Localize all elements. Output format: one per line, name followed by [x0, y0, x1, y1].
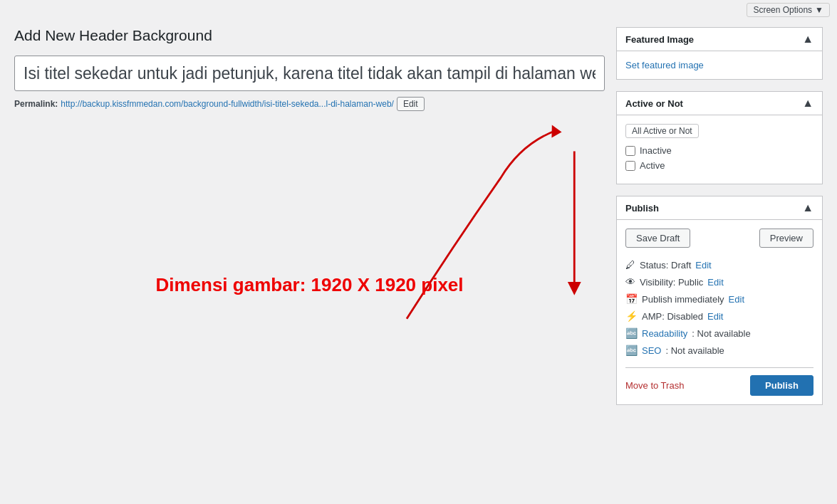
publish-panel: Publish ▲ Save Draft Preview 🖊 Status: D…	[616, 196, 823, 405]
publish-panel-body: Save Draft Preview 🖊 Status: Draft Edit …	[617, 220, 822, 404]
seo-icon: 🔤	[625, 345, 638, 356]
chevron-down-icon: ▼	[815, 5, 823, 15]
active-or-not-body: All Active or Not Inactive Active	[617, 115, 822, 184]
amp-meta-item: ⚡ AMP: Disabled Edit	[625, 308, 813, 325]
publish-button[interactable]: Publish	[750, 375, 813, 396]
move-to-trash-link[interactable]: Move to Trash	[625, 380, 684, 391]
publish-panel-header: Publish ▲	[617, 196, 822, 220]
seo-meta-item: 🔤 SEO : Not available	[625, 342, 813, 359]
preview-button[interactable]: Preview	[759, 229, 813, 248]
svg-marker-0	[548, 122, 563, 137]
status-text: Status: Draft	[640, 260, 691, 271]
inactive-checkbox-item: Inactive	[625, 145, 813, 156]
visibility-edit-link[interactable]: Edit	[707, 277, 723, 288]
permalink-url[interactable]: http://backup.kissfmmedan.com/background…	[61, 99, 394, 109]
active-or-not-title: Active or Not	[625, 98, 683, 109]
annotation-arrow-down	[14, 111, 605, 339]
featured-image-panel: Featured Image ▲ Set featured image	[616, 27, 823, 80]
featured-image-title: Featured Image	[625, 34, 694, 45]
svg-marker-2	[568, 282, 581, 295]
status-meta-item: 🖊 Status: Draft Edit	[625, 256, 813, 273]
seo-value: : Not available	[665, 345, 724, 356]
set-featured-image-link[interactable]: Set featured image	[625, 60, 704, 70]
active-checkbox[interactable]	[625, 161, 635, 171]
active-or-not-toggle-button[interactable]: ▲	[802, 98, 813, 109]
visibility-meta-item: 👁 Visibility: Public Edit	[625, 273, 813, 290]
permalink-edit-button[interactable]: Edit	[397, 97, 425, 111]
publish-panel-toggle-button[interactable]: ▲	[802, 202, 813, 214]
annotation-arrow-up	[14, 111, 605, 339]
post-title-input[interactable]	[14, 56, 605, 91]
featured-image-toggle-button[interactable]: ▲	[802, 33, 813, 45]
active-checkbox-item: Active	[625, 160, 813, 171]
page-title: Add New Header Background	[14, 27, 605, 44]
amp-edit-link[interactable]: Edit	[707, 311, 723, 322]
readability-icon: 🔤	[625, 327, 638, 339]
publish-meta-list: 🖊 Status: Draft Edit 👁 Visibility: Publi…	[625, 256, 813, 359]
status-edit-link[interactable]: Edit	[695, 260, 711, 271]
seo-link[interactable]: SEO	[642, 345, 661, 356]
dimension-label: Dimensi gambar: 1920 X 1920 pixel	[155, 274, 463, 296]
featured-image-body: Set featured image	[617, 51, 822, 79]
publish-panel-title: Publish	[625, 203, 659, 214]
save-draft-button[interactable]: Save Draft	[625, 229, 690, 248]
visibility-icon: 👁	[625, 276, 635, 288]
publish-time-edit-link[interactable]: Edit	[729, 294, 744, 305]
publish-time-meta-item: 📅 Publish immediately Edit	[625, 290, 813, 308]
active-label: Active	[640, 160, 665, 171]
featured-image-panel-header: Featured Image ▲	[617, 28, 822, 51]
inactive-checkbox[interactable]	[625, 146, 635, 156]
calendar-icon: 📅	[625, 293, 638, 305]
active-or-not-panel-header: Active or Not ▲	[617, 92, 822, 115]
publish-footer: Move to Trash Publish	[625, 367, 813, 396]
readability-meta-item: 🔤 Readability : Not available	[625, 325, 813, 342]
readability-value: : Not available	[692, 328, 750, 339]
screen-options-label: Screen Options	[753, 5, 812, 15]
main-editor-area: Dimensi gambar: 1920 X 1920 pixel	[14, 111, 605, 339]
readability-link[interactable]: Readability	[642, 328, 687, 339]
screen-options-button[interactable]: Screen Options ▼	[747, 3, 830, 17]
inactive-label: Inactive	[640, 145, 672, 156]
permalink-label: Permalink:	[14, 99, 58, 109]
publish-time-text: Publish immediately	[642, 294, 724, 305]
active-or-not-panel: Active or Not ▲ All Active or Not Inacti…	[616, 91, 823, 184]
status-icon: 🖊	[625, 259, 635, 271]
all-active-or-not-label: All Active or Not	[625, 124, 699, 138]
amp-icon: ⚡	[625, 310, 638, 322]
amp-text: AMP: Disabled	[642, 311, 703, 322]
visibility-text: Visibility: Public	[640, 277, 703, 288]
